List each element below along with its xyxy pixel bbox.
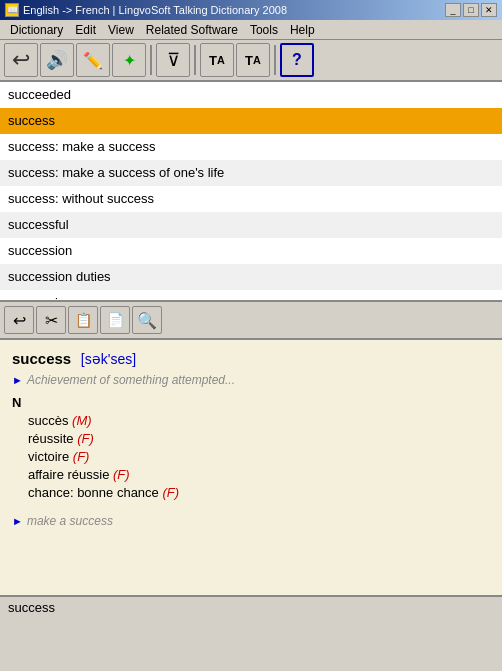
status-text: success: [8, 600, 55, 615]
word-item[interactable]: success: without success: [0, 186, 502, 212]
font-increase-button[interactable]: TA: [200, 43, 234, 77]
status-bar: success: [0, 595, 502, 617]
word-item[interactable]: success: make a success of one's life: [0, 160, 502, 186]
pos-label: N: [12, 395, 490, 410]
word-list-container: succeededsuccesssuccess: make a successs…: [0, 82, 502, 302]
back-button[interactable]: ↩: [4, 43, 38, 77]
trans-gender-2: (F): [77, 431, 94, 446]
menu-item-related-software[interactable]: Related Software: [140, 22, 244, 38]
phrase-gender-1: (F): [113, 467, 130, 482]
phrase-2: chance: bonne chance (F): [28, 485, 490, 500]
font-decrease-button[interactable]: TA: [236, 43, 270, 77]
find-button[interactable]: 🔍: [132, 306, 162, 334]
word-item[interactable]: successive: [0, 290, 502, 300]
word-list[interactable]: succeededsuccesssuccess: make a successs…: [0, 82, 502, 300]
title-text: English -> French | LingvoSoft Talking D…: [23, 4, 287, 16]
phrase-1: affaire réussie (F): [28, 467, 490, 482]
menu-item-view[interactable]: View: [102, 22, 140, 38]
expand-icon[interactable]: ►: [12, 374, 23, 386]
maximize-button[interactable]: □: [463, 3, 479, 17]
secondary-toolbar: ↩ ✂ 📋 📄 🔍: [0, 302, 502, 340]
phrase-word-2: chance: bonne chance: [28, 485, 162, 500]
menu-item-tools[interactable]: Tools: [244, 22, 284, 38]
undo-button[interactable]: ↩: [4, 306, 34, 334]
pencil-button[interactable]: ✏️: [76, 43, 110, 77]
bottom-expand[interactable]: ► make a success: [12, 514, 490, 528]
trans-gender-1: (M): [72, 413, 92, 428]
app-icon: 📖: [5, 3, 19, 17]
paste-button[interactable]: 📄: [100, 306, 130, 334]
menu-item-dictionary[interactable]: Dictionary: [4, 22, 69, 38]
menu-item-help[interactable]: Help: [284, 22, 321, 38]
filter-button[interactable]: ⊽: [156, 43, 190, 77]
definition-area: success [sək'ses] ► Achievement of somet…: [0, 340, 502, 595]
trans-word-3: victoire: [28, 449, 73, 464]
definition-word: success: [12, 350, 71, 367]
cut-button[interactable]: ✂: [36, 306, 66, 334]
toolbar-separator-3: [274, 45, 276, 75]
definition-header: success [sək'ses]: [12, 350, 490, 367]
minimize-button[interactable]: _: [445, 3, 461, 17]
word-item[interactable]: succession duties: [0, 264, 502, 290]
trans-word-1: succès: [28, 413, 72, 428]
word-item[interactable]: succeeded: [0, 82, 502, 108]
word-item[interactable]: success: [0, 108, 502, 134]
translation-3: victoire (F): [28, 449, 490, 464]
bottom-expand-icon: ►: [12, 515, 23, 527]
help-button[interactable]: ?: [280, 43, 314, 77]
trans-word-2: réussite: [28, 431, 77, 446]
translation-2: réussite (F): [28, 431, 490, 446]
word-item[interactable]: successful: [0, 212, 502, 238]
translation-1: succès (M): [28, 413, 490, 428]
main-toolbar: ↩ 🔊 ✏️ ✦ ⊽ TA TA ?: [0, 40, 502, 82]
menu-item-edit[interactable]: Edit: [69, 22, 102, 38]
toolbar-separator-2: [194, 45, 196, 75]
speak-button[interactable]: 🔊: [40, 43, 74, 77]
bottom-expand-text: make a success: [27, 514, 113, 528]
toolbar-separator-1: [150, 45, 152, 75]
title-bar: 📖 English -> French | LingvoSoft Talking…: [0, 0, 502, 20]
swap-button[interactable]: ✦: [112, 43, 146, 77]
word-item[interactable]: succession: [0, 238, 502, 264]
phrase-gender-2: (F): [162, 485, 179, 500]
word-item[interactable]: success: make a success: [0, 134, 502, 160]
menu-bar: DictionaryEditViewRelated SoftwareToolsH…: [0, 20, 502, 40]
title-bar-controls: _ □ ✕: [445, 3, 497, 17]
copy-button[interactable]: 📋: [68, 306, 98, 334]
trans-gender-3: (F): [73, 449, 90, 464]
definition-hint-row: ► Achievement of something attempted...: [12, 373, 490, 387]
definition-hint: Achievement of something attempted...: [27, 373, 235, 387]
close-button[interactable]: ✕: [481, 3, 497, 17]
definition-phonetic: [sək'ses]: [81, 351, 136, 367]
phrase-word-1: affaire réussie: [28, 467, 113, 482]
